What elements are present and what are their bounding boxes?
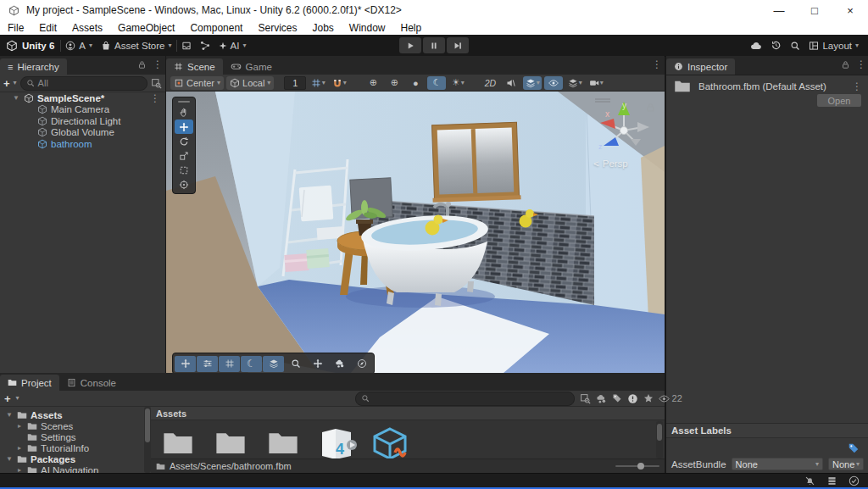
menu-assets[interactable]: Assets xyxy=(64,20,110,35)
tool-handle-rotation-dropdown[interactable]: Local ▾ xyxy=(226,76,274,90)
rotate-tool[interactable] xyxy=(175,134,193,148)
gizmo-rotation-toggle[interactable]: ⊕ xyxy=(385,76,403,90)
move-tool[interactable] xyxy=(175,119,193,134)
asset-labels-header[interactable]: Asset Labels xyxy=(666,423,868,438)
notifications-off-icon[interactable] xyxy=(804,475,815,486)
chevron-down-icon[interactable]: ▾ xyxy=(16,395,19,402)
ai-button[interactable]: AI ▾ xyxy=(214,39,251,53)
minimize-button[interactable]: — xyxy=(761,0,797,20)
snap-increment-field[interactable] xyxy=(284,76,306,90)
cloud-services-button[interactable] xyxy=(746,38,766,53)
tab-hierarchy[interactable]: ≡ Hierarchy xyxy=(0,58,67,75)
scene-lighting-toggle[interactable]: ☾ xyxy=(427,76,446,90)
account-button[interactable]: A ▾ xyxy=(61,39,97,53)
search-window-icon[interactable] xyxy=(151,78,162,89)
project-tree-scenes[interactable]: ▸ Scenes xyxy=(0,420,144,431)
breadcrumb[interactable]: Assets/Scenes/bathroom.fbm xyxy=(151,458,665,473)
hierarchy-search-input[interactable]: All xyxy=(20,76,147,91)
package-manager-button[interactable] xyxy=(177,39,196,53)
snap-settings-toggle[interactable]: ▾ xyxy=(330,76,348,90)
folder-asset-icon[interactable] xyxy=(212,427,249,459)
kebab-menu-icon[interactable]: ⋮ xyxy=(150,93,160,103)
folder-asset-icon[interactable] xyxy=(264,427,302,459)
view-hand-tool[interactable] xyxy=(175,105,193,119)
scale-tool[interactable] xyxy=(175,148,193,163)
open-button[interactable]: Open xyxy=(817,94,861,107)
project-tree-packages[interactable]: ▼ Packages xyxy=(0,453,144,464)
hierarchy-row-scene[interactable]: ▼ SampleScene* ⋮ xyxy=(0,92,165,104)
assetbundle-variant-dropdown[interactable]: None▾ xyxy=(828,458,864,470)
hierarchy-row-bathroom-prefab[interactable]: bathroom xyxy=(0,138,165,150)
audio-mute-toggle[interactable] xyxy=(502,76,520,90)
add-asset-button[interactable]: + xyxy=(4,392,11,405)
add-gameobject-button[interactable]: + xyxy=(3,77,10,90)
fbx-model-asset-icon[interactable]: 4 xyxy=(317,427,358,461)
layers-visibility-dropdown[interactable]: ▾ xyxy=(523,76,542,90)
scene-viewport[interactable]: y x z <Persp ☾ xyxy=(166,92,665,373)
kebab-menu-icon[interactable]: ⋮ xyxy=(652,59,662,69)
menu-window[interactable]: Window xyxy=(342,20,393,35)
kebab-menu-icon[interactable]: ⋮ xyxy=(852,81,862,92)
tab-project[interactable]: Project xyxy=(0,375,59,391)
grid-snapping-toggle[interactable]: ▾ xyxy=(309,76,327,90)
tool-handle-position-dropdown[interactable]: Center ▾ xyxy=(170,76,224,90)
tab-game[interactable]: Game xyxy=(223,58,280,75)
menu-jobs[interactable]: Jobs xyxy=(304,20,341,35)
orientation-overlay-toggle[interactable] xyxy=(351,356,372,372)
step-button[interactable] xyxy=(447,37,469,53)
search-by-type-icon[interactable] xyxy=(596,393,607,404)
tab-inspector[interactable]: Inspector xyxy=(666,58,735,75)
gizmo-position-toggle[interactable]: ⊕ xyxy=(364,76,382,90)
slider-thumb[interactable] xyxy=(637,463,644,470)
hierarchy-row-main-camera[interactable]: Main Camera xyxy=(0,104,165,116)
project-tree-assets[interactable]: ▼ Assets xyxy=(0,409,144,420)
thumbnail-zoom-slider[interactable] xyxy=(615,462,659,470)
perspective-label[interactable]: <Persp xyxy=(593,158,628,169)
menu-component[interactable]: Component xyxy=(182,20,250,35)
project-search-field[interactable] xyxy=(373,393,569,403)
tab-console[interactable]: Console xyxy=(59,375,124,391)
view-options-overlay-toggle[interactable]: ☾ xyxy=(241,356,262,372)
chevron-down-icon[interactable]: ▾ xyxy=(14,80,17,86)
check-circle-icon[interactable] xyxy=(849,475,860,486)
layout-dropdown[interactable]: Layout ▾ xyxy=(804,39,863,53)
tab-scene[interactable]: Scene xyxy=(166,58,223,75)
favorites-star-icon[interactable] xyxy=(643,393,654,403)
project-search-input[interactable] xyxy=(355,392,575,406)
gizmos-overlay-toggle[interactable] xyxy=(263,356,284,372)
tool-settings-overlay-toggle[interactable] xyxy=(197,356,218,372)
rect-tool[interactable] xyxy=(175,163,193,177)
import-alert-icon[interactable] xyxy=(627,393,638,404)
node-graph-button[interactable] xyxy=(196,39,214,53)
search-overlay-toggle[interactable] xyxy=(285,356,306,372)
project-tree-scrollbar[interactable] xyxy=(144,407,151,473)
render-mode-toggle[interactable]: ● xyxy=(406,76,425,90)
move-overlay-toggle[interactable] xyxy=(307,356,328,372)
close-button[interactable]: × xyxy=(832,0,868,20)
effects-dropdown[interactable]: ☀▾ xyxy=(448,76,467,90)
lock-icon[interactable] xyxy=(137,60,147,69)
asset-grid-scrollbar[interactable] xyxy=(656,421,663,458)
project-tree-settings[interactable]: Settings xyxy=(0,431,144,442)
hierarchy-row-global-volume[interactable]: Global Volume xyxy=(0,127,165,139)
assetbundle-dropdown[interactable]: None▾ xyxy=(732,458,823,470)
search-window-icon[interactable] xyxy=(580,393,591,404)
layers-stack-icon[interactable] xyxy=(826,475,837,486)
hierarchy-row-directional-light[interactable]: Directional Light xyxy=(0,115,165,127)
pause-button[interactable] xyxy=(423,37,445,53)
camera-settings-dropdown[interactable]: ▾ xyxy=(587,76,605,90)
collapse-arrow-icon[interactable]: ▼ xyxy=(12,94,20,102)
menu-file[interactable]: File xyxy=(0,20,31,35)
overlay-drag-handle[interactable] xyxy=(178,101,190,103)
project-tree-tutorialinfo[interactable]: ▸ TutorialInfo xyxy=(0,442,144,453)
label-tag-icon[interactable] xyxy=(848,442,860,454)
menu-help[interactable]: Help xyxy=(393,20,430,35)
transform-tool[interactable] xyxy=(175,177,193,192)
menu-edit[interactable]: Edit xyxy=(31,20,64,35)
maximize-button[interactable]: □ xyxy=(797,0,832,20)
tools-overlay-toggle[interactable] xyxy=(175,356,196,372)
visible-count[interactable]: 22 xyxy=(659,393,682,404)
play-button[interactable] xyxy=(399,37,421,53)
scene-visibility-toggle[interactable] xyxy=(544,76,563,90)
lock-icon[interactable] xyxy=(841,60,850,69)
